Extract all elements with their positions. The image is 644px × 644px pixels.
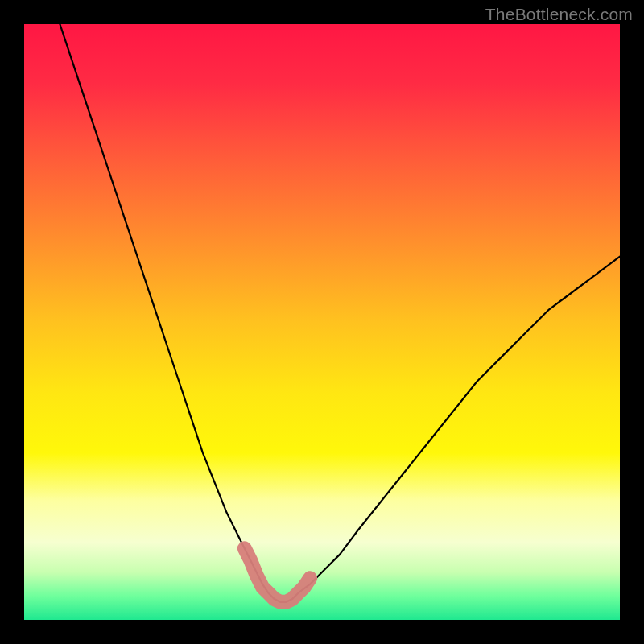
watermark-text: TheBottleneck.com (485, 5, 633, 24)
highlighted-range (245, 548, 310, 602)
bottleneck-curve (60, 24, 620, 602)
plot-area (24, 24, 620, 620)
curve-layer (24, 24, 620, 620)
chart-frame: TheBottleneck.com (0, 0, 644, 644)
